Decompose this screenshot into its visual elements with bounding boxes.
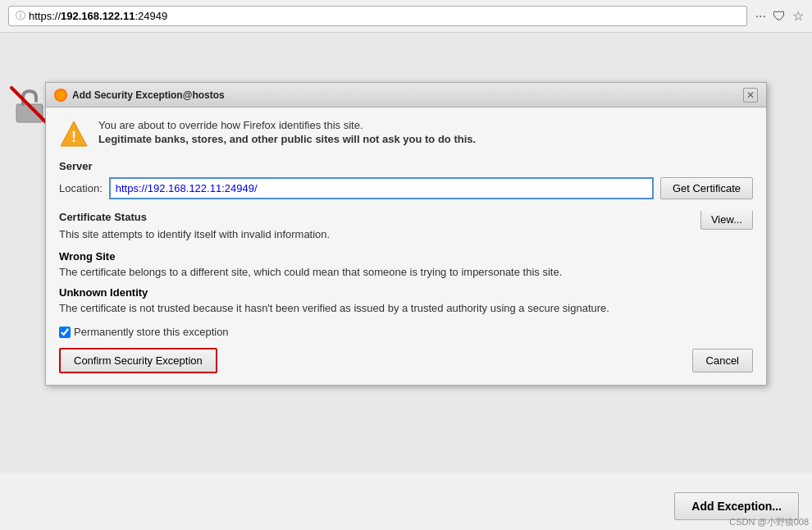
broken-lock-icon	[10, 86, 49, 133]
url-port: :24949	[135, 10, 167, 22]
permanently-store-checkbox[interactable]	[59, 327, 71, 338]
dialog-title-text: Add Security Exception@hostos	[72, 89, 225, 101]
dialog-title-left: Add Security Exception@hostos	[54, 89, 225, 102]
permanently-store-row: Permanently store this exception	[59, 326, 753, 338]
cancel-button[interactable]: Cancel	[692, 349, 753, 372]
url-bold-part: 192.168.122.11	[61, 10, 135, 22]
bookmark-icon[interactable]: ☆	[792, 8, 804, 24]
pocket-icon[interactable]: 🛡	[773, 9, 786, 24]
dialog-button-row: Confirm Security Exception Cancel	[59, 348, 753, 373]
cert-status-row: View... Certificate Status This site att…	[59, 211, 753, 247]
watermark: CSDN @小野狼008	[729, 516, 809, 528]
browser-controls: ··· 🛡 ☆	[755, 8, 804, 24]
address-bar: ⓘ https://192.168.122.11:24949	[8, 6, 747, 26]
get-certificate-button[interactable]: Get Certificate	[660, 177, 753, 199]
firefox-icon	[54, 89, 67, 102]
location-label: Location:	[59, 182, 103, 194]
permanently-store-label[interactable]: Permanently store this exception	[74, 326, 229, 338]
location-input[interactable]	[109, 177, 654, 199]
unknown-identity-desc: The certificate is not trusted because i…	[59, 302, 753, 314]
page-background: Add Security Exception@hostos ✕ ! You ar…	[0, 33, 812, 530]
warning-triangle-svg: !	[59, 119, 89, 148]
info-icon: ⓘ	[16, 9, 25, 23]
warning-triangle: !	[59, 119, 89, 148]
svg-text:!: !	[71, 129, 76, 145]
url-display: https://192.168.122.11:24949	[29, 10, 167, 22]
warning-line1: You are about to override how Firefox id…	[98, 119, 476, 131]
confirm-security-exception-button[interactable]: Confirm Security Exception	[59, 348, 217, 373]
unknown-identity-heading: Unknown Identity	[59, 286, 753, 299]
server-section-label: Server	[59, 160, 753, 172]
warning-line2: Legitimate banks, stores, and other publ…	[98, 133, 476, 145]
dialog-body: ! You are about to override how Firefox …	[46, 107, 766, 385]
warning-banner: ! You are about to override how Firefox …	[59, 119, 753, 148]
certificate-status-section: View... Certificate Status This site att…	[59, 211, 753, 314]
cert-status-label: Certificate Status	[59, 211, 753, 223]
warning-text: You are about to override how Firefox id…	[98, 119, 476, 145]
location-row: Location: Get Certificate	[59, 177, 753, 199]
dialog-close-button[interactable]: ✕	[743, 88, 758, 103]
page-bottom-bar: Add Exception...	[0, 473, 812, 530]
wrong-site-desc: The certificate belongs to a different s…	[59, 266, 753, 278]
dialog-titlebar: Add Security Exception@hostos ✕	[46, 83, 766, 107]
security-exception-dialog: Add Security Exception@hostos ✕ ! You ar…	[45, 82, 767, 386]
broken-lock-svg	[10, 86, 49, 126]
cert-status-desc: This site attempts to identify itself wi…	[59, 228, 753, 240]
browser-chrome: ⓘ https://192.168.122.11:24949 ··· 🛡 ☆	[0, 0, 812, 33]
menu-button[interactable]: ···	[755, 9, 766, 24]
wrong-site-heading: Wrong Site	[59, 250, 753, 263]
view-button[interactable]: View...	[700, 211, 753, 230]
